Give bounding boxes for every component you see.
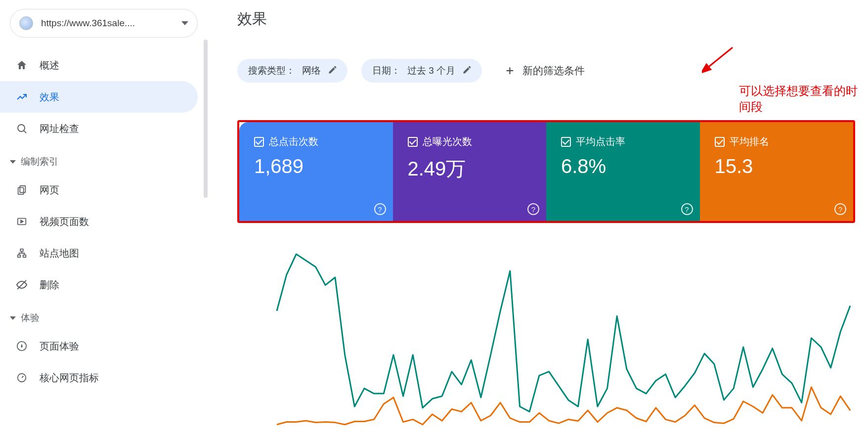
svg-rect-6	[20, 249, 23, 252]
pencil-icon	[462, 65, 472, 77]
metric-label: 平均点击率	[576, 135, 625, 148]
site-url: https://www.361sale....	[41, 18, 174, 29]
globe-icon	[19, 16, 33, 30]
sidebar-item-pages[interactable]: 网页	[0, 174, 198, 206]
sidebar-item-core-web-vitals[interactable]: 核心网页指标	[0, 362, 198, 394]
visibility-off-icon	[15, 278, 29, 292]
sidebar-item-url-inspect[interactable]: 网址检查	[0, 113, 198, 144]
add-filter-button[interactable]: + 新的筛选条件	[506, 63, 585, 79]
sidebar-group-label: 体验	[21, 311, 40, 324]
sidebar-item-label: 网页	[40, 183, 59, 197]
sidebar-item-performance[interactable]: 效果	[0, 81, 198, 113]
chevron-down-icon	[181, 21, 188, 25]
svg-point-0	[18, 125, 25, 132]
sidebar-item-label: 删除	[40, 278, 59, 292]
metric-label: 总点击次数	[269, 135, 318, 148]
trend-icon	[15, 90, 29, 104]
site-selector[interactable]: https://www.361sale....	[10, 9, 198, 38]
sidebar-item-sitemaps[interactable]: 站点地图	[0, 237, 198, 269]
search-icon	[15, 122, 29, 135]
sitemap-icon	[15, 246, 29, 260]
performance-chart	[237, 252, 855, 430]
sidebar: https://www.361sale.... 概述 效果 网址检查 编制索引	[0, 0, 208, 441]
help-icon[interactable]: ?	[681, 203, 693, 215]
plus-icon: +	[506, 63, 514, 79]
sidebar-item-page-experience[interactable]: 页面体验	[0, 330, 198, 362]
page-title: 效果	[237, 9, 868, 29]
chevron-down-icon	[10, 160, 16, 164]
home-icon	[15, 58, 29, 72]
svg-rect-2	[20, 186, 25, 193]
chart-series-曝光	[277, 254, 850, 412]
svg-marker-11	[21, 344, 23, 348]
help-icon[interactable]: ?	[834, 203, 846, 215]
help-icon[interactable]: ?	[527, 203, 539, 215]
filter-chip-search-type[interactable]: 搜索类型： 网络	[237, 59, 347, 83]
chip-prefix: 日期：	[372, 64, 400, 77]
filter-row: 搜索类型： 网络 日期： 过去 3 个月 + 新的筛选条件	[237, 59, 868, 83]
sidebar-item-label: 网址检查	[40, 122, 79, 135]
sidebar-item-label: 页面体验	[40, 340, 79, 353]
metric-card-position[interactable]: 平均排名 15.3 ?	[700, 122, 854, 221]
scrollbar[interactable]	[204, 40, 208, 198]
svg-rect-8	[23, 255, 26, 258]
sidebar-item-video-pages[interactable]: 视频页面数	[0, 206, 198, 237]
filter-chip-date[interactable]: 日期： 过去 3 个月	[361, 59, 482, 83]
metric-card-impressions[interactable]: 总曝光次数 2.49万 ?	[393, 122, 547, 221]
checkbox-icon	[408, 137, 418, 147]
chip-prefix: 搜索类型：	[248, 64, 295, 77]
sidebar-group-experience[interactable]: 体验	[0, 301, 208, 330]
sidebar-item-overview[interactable]: 概述	[0, 49, 198, 81]
sidebar-item-label: 概述	[40, 59, 59, 72]
metric-card-clicks[interactable]: 总点击次数 1,689 ?	[239, 122, 393, 221]
pencil-icon	[328, 65, 338, 77]
metric-cards: 总点击次数 1,689 ? 总曝光次数 2.49万 ? 平均点击率 6.8% ?…	[237, 120, 855, 223]
checkbox-icon	[561, 137, 571, 147]
svg-marker-5	[21, 220, 23, 223]
help-icon[interactable]: ?	[374, 203, 386, 215]
annotation-arrow-icon	[702, 44, 737, 74]
metric-value: 1,689	[254, 155, 385, 177]
sidebar-item-label: 效果	[40, 90, 59, 104]
metric-value: 15.3	[715, 155, 846, 177]
pages-icon	[15, 183, 29, 197]
svg-line-1	[24, 131, 26, 133]
sidebar-item-label: 站点地图	[40, 247, 79, 260]
metric-value: 2.49万	[408, 155, 539, 182]
sidebar-item-label: 核心网页指标	[40, 371, 99, 385]
add-filter-label: 新的筛选条件	[522, 64, 585, 78]
checkbox-icon	[254, 137, 264, 147]
chevron-down-icon	[10, 316, 16, 320]
metric-label: 总曝光次数	[423, 135, 472, 148]
metric-card-ctr[interactable]: 平均点击率 6.8% ?	[546, 122, 700, 221]
svg-rect-7	[18, 255, 21, 258]
metric-value: 6.8%	[561, 155, 692, 177]
annotation-text: 可以选择想要查看的时间段	[739, 83, 868, 115]
svg-line-13	[22, 376, 24, 378]
svg-rect-3	[18, 187, 24, 194]
checkbox-icon	[715, 137, 725, 147]
sidebar-group-indexing[interactable]: 编制索引	[0, 144, 208, 174]
compass-icon	[15, 339, 29, 353]
video-icon	[15, 215, 29, 228]
metric-label: 平均排名	[730, 135, 769, 148]
sidebar-item-label: 视频页面数	[40, 215, 89, 228]
svg-line-14	[707, 47, 733, 68]
sidebar-item-removals[interactable]: 删除	[0, 269, 198, 301]
chip-value: 过去 3 个月	[407, 64, 455, 77]
chip-value: 网络	[302, 64, 321, 77]
main-content: 效果 搜索类型： 网络 日期： 过去 3 个月 + 新的筛选条件	[208, 0, 868, 441]
sidebar-group-label: 编制索引	[21, 155, 58, 168]
gauge-icon	[15, 371, 29, 385]
